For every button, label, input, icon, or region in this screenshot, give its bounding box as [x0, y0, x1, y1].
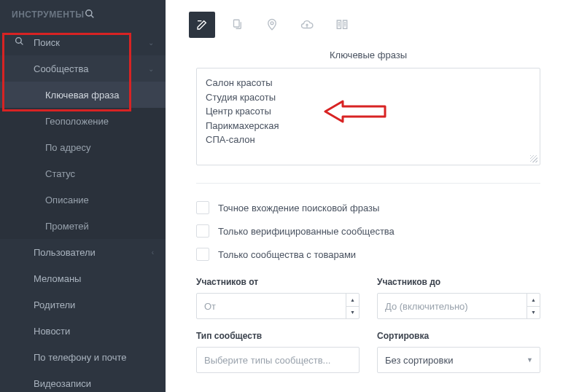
keywords-textarea[interactable] — [206, 76, 531, 154]
checkbox-verified[interactable]: Только верифицированные сообщества — [196, 224, 540, 238]
sidebar-item-label: Новости — [34, 326, 154, 337]
checkbox-exact-match[interactable]: Точное вхождение поисковой фразы — [196, 201, 540, 214]
checkbox-icon — [196, 224, 209, 238]
sidebar-item-label: Геоположение — [45, 116, 154, 127]
sidebar-item-news[interactable]: Новости — [0, 318, 166, 344]
checkbox-label: Только сообщества с товарами — [218, 249, 356, 260]
sort-select[interactable] — [377, 347, 540, 373]
sidebar-item-label: Пользователи — [34, 247, 152, 258]
checkbox-icon — [196, 248, 209, 261]
copy-button[interactable] — [224, 12, 250, 38]
spinner-buttons[interactable]: ▲▼ — [346, 294, 359, 318]
sidebar-item-phone-mail[interactable]: По телефону и почте — [0, 344, 166, 370]
svg-rect-5 — [234, 20, 240, 27]
chevron-down-icon: ⌄ — [148, 65, 154, 73]
chevron-left-icon: ‹ — [152, 248, 154, 256]
search-icon[interactable] — [85, 9, 154, 21]
checkbox-with-goods[interactable]: Только сообщества с товарами — [196, 248, 540, 261]
location-button[interactable] — [259, 12, 285, 38]
sidebar-item-search[interactable]: Поиск ⌄ — [0, 29, 166, 55]
sidebar-item-label: Меломаны — [34, 273, 154, 284]
sidebar-item-address[interactable]: По адресу — [0, 134, 166, 160]
sidebar-item-label: Поиск — [34, 37, 148, 48]
community-type-select[interactable] — [196, 347, 360, 373]
sidebar-item-label: Видеозаписи — [34, 378, 154, 389]
sidebar-item-geolocation[interactable]: Геоположение — [0, 108, 166, 134]
filters-row-2: Тип сообществ Сортировка ▼ — [196, 331, 540, 373]
spinner-buttons[interactable]: ▲▼ — [527, 294, 540, 318]
sort-label: Сортировка — [377, 331, 540, 341]
cloud-upload-button[interactable] — [294, 12, 320, 38]
participants-to-label: Участников до — [377, 277, 540, 287]
sidebar-item-label: Статус — [45, 168, 154, 179]
main-panel: Ключевые фразы Точное вхождение поисково… — [166, 0, 571, 392]
keywords-section: Ключевые фразы Точное вхождение поисково… — [166, 50, 571, 373]
community-type-label: Тип сообществ — [196, 331, 360, 341]
sidebar-item-label: Родители — [34, 299, 154, 310]
svg-line-1 — [90, 15, 93, 17]
sidebar-item-label: Прометей — [45, 221, 154, 232]
svg-point-6 — [271, 22, 273, 25]
sidebar-item-label: Ключевая фраза — [45, 90, 154, 101]
sidebar-item-keyword[interactable]: Ключевая фраза — [0, 82, 166, 108]
toolbar — [166, 0, 571, 50]
svg-line-3 — [20, 42, 23, 44]
sidebar-item-label: Сообщества — [34, 63, 148, 74]
filters-row-1: Участников от ▲▼ Участников до ▲▼ — [196, 277, 540, 319]
sidebar-item-label: Описание — [45, 195, 154, 205]
sidebar-item-label: По телефону и почте — [34, 352, 154, 363]
sidebar-item-status[interactable]: Статус — [0, 160, 166, 187]
search-icon — [15, 36, 26, 48]
sidebar-item-description[interactable]: Описание — [0, 187, 166, 213]
sidebar-title: ИНСТРУМЕНТЫ — [12, 9, 85, 20]
resize-grip-icon[interactable] — [530, 155, 537, 162]
book-button[interactable] — [329, 12, 355, 38]
keywords-textarea-wrap — [196, 68, 540, 165]
participants-from-label: Участников от — [196, 277, 360, 287]
sidebar-item-users[interactable]: Пользователи ‹ — [0, 239, 166, 265]
section-title: Ключевые фразы — [196, 50, 540, 60]
participants-from-input[interactable] — [196, 293, 360, 319]
sidebar: ИНСТРУМЕНТЫ Поиск ⌄ Сообщества ⌄ Ключева… — [0, 0, 166, 392]
checkbox-icon — [196, 201, 209, 214]
sidebar-item-melomany[interactable]: Меломаны — [0, 265, 166, 291]
divider — [196, 183, 540, 184]
sidebar-item-parents[interactable]: Родители — [0, 291, 166, 318]
checkbox-label: Точное вхождение поисковой фразы — [218, 203, 379, 213]
sidebar-item-prometheus[interactable]: Прометей — [0, 213, 166, 239]
participants-to-input[interactable] — [377, 293, 540, 319]
sidebar-item-label: По адресу — [45, 142, 154, 153]
sidebar-item-videos[interactable]: Видеозаписи — [0, 370, 166, 392]
svg-point-2 — [16, 38, 22, 44]
svg-rect-4 — [198, 20, 201, 21]
sidebar-item-communities[interactable]: Сообщества ⌄ — [0, 55, 166, 82]
checkbox-label: Только верифицированные сообщества — [218, 226, 395, 237]
svg-point-0 — [85, 9, 91, 15]
sidebar-header: ИНСТРУМЕНТЫ — [0, 0, 166, 29]
edit-button[interactable] — [189, 12, 215, 38]
chevron-down-icon: ⌄ — [148, 39, 154, 47]
